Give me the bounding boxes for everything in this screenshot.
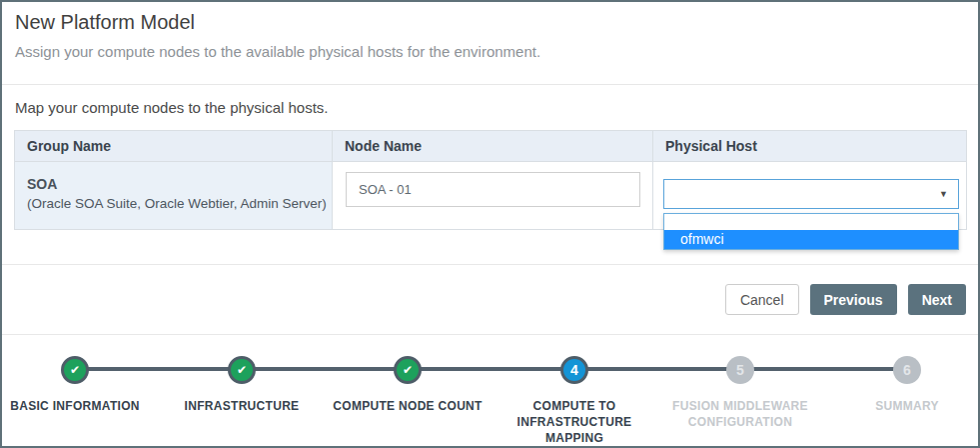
divider-above-buttons	[2, 264, 978, 265]
step-5-circle: 5	[726, 356, 754, 384]
action-buttons: Cancel Previous Next	[725, 284, 966, 315]
step-5-label: FUSION MIDDLEWARE CONFIGURATION	[655, 398, 825, 430]
group-name: SOA	[27, 176, 322, 192]
step-4-label: COMPUTE TO INFRASTRUCTURE MAPPING	[504, 398, 644, 447]
table-header-row: Group Name Node Name Physical Host	[15, 131, 967, 162]
check-icon: ✔	[237, 364, 247, 376]
dialog-header: New Platform Model Assign your compute n…	[2, 2, 978, 85]
physical-host-select[interactable]: ▼	[663, 179, 959, 209]
step-1-label: BASIC INFORMATION	[0, 398, 160, 414]
physical-host-dropdown: ofmwci	[663, 213, 959, 250]
step-fusion-middleware-configuration[interactable]: 5 FUSION MIDDLEWARE CONFIGURATION	[655, 356, 825, 430]
step-infrastructure[interactable]: ✔ INFRASTRUCTURE	[157, 356, 327, 414]
step-6-label: SUMMARY	[822, 398, 980, 414]
step-1-circle: ✔	[61, 356, 89, 384]
step-summary[interactable]: 6 SUMMARY	[822, 356, 980, 414]
dropdown-option-ofmwci[interactable]: ofmwci	[664, 230, 958, 249]
step-4-circle: 4	[560, 356, 588, 384]
check-icon: ✔	[70, 364, 80, 376]
step-compute-node-count[interactable]: ✔ COMPUTE NODE COUNT	[323, 356, 492, 414]
mapping-table: Group Name Node Name Physical Host SOA (…	[14, 130, 967, 230]
step-compute-to-infrastructure-mapping[interactable]: 4 COMPUTE TO INFRASTRUCTURE MAPPING	[504, 356, 644, 447]
wizard-stepper: ✔ BASIC INFORMATION ✔ INFRASTRUCTURE ✔ C…	[2, 334, 978, 446]
physical-host-cell: ▼ ofmwci	[653, 162, 967, 230]
page-title: New Platform Model	[15, 11, 195, 34]
step-2-label: INFRASTRUCTURE	[157, 398, 327, 414]
group-name-cell: SOA (Oracle SOA Suite, Oracle Webtier, A…	[15, 162, 333, 230]
column-header-node-name: Node Name	[333, 131, 653, 162]
step-3-circle: ✔	[394, 356, 422, 384]
new-platform-model-dialog: New Platform Model Assign your compute n…	[0, 0, 980, 448]
previous-button[interactable]: Previous	[810, 284, 897, 315]
step-basic-information[interactable]: ✔ BASIC INFORMATION	[0, 356, 160, 414]
check-icon: ✔	[403, 364, 413, 376]
physical-host-select-wrap: ▼ ofmwci	[663, 179, 959, 209]
step-2-circle: ✔	[228, 356, 256, 384]
next-button[interactable]: Next	[908, 284, 966, 315]
column-header-group-name: Group Name	[15, 131, 333, 162]
mapping-instruction: Map your compute nodes to the physical h…	[15, 99, 329, 116]
step-3-label: COMPUTE NODE COUNT	[323, 398, 492, 414]
column-header-physical-host: Physical Host	[653, 131, 967, 162]
dropdown-option-blank[interactable]	[664, 214, 958, 230]
dropdown-caret-icon: ▼	[939, 189, 948, 199]
group-detail: (Oracle SOA Suite, Oracle Webtier, Admin…	[27, 196, 322, 211]
step-6-circle: 6	[893, 356, 921, 384]
table-row: SOA (Oracle SOA Suite, Oracle Webtier, A…	[15, 162, 967, 230]
node-name-cell	[333, 162, 653, 230]
node-name-input[interactable]	[346, 172, 640, 207]
cancel-button[interactable]: Cancel	[725, 284, 799, 315]
page-subtitle: Assign your compute nodes to the availab…	[15, 43, 540, 60]
